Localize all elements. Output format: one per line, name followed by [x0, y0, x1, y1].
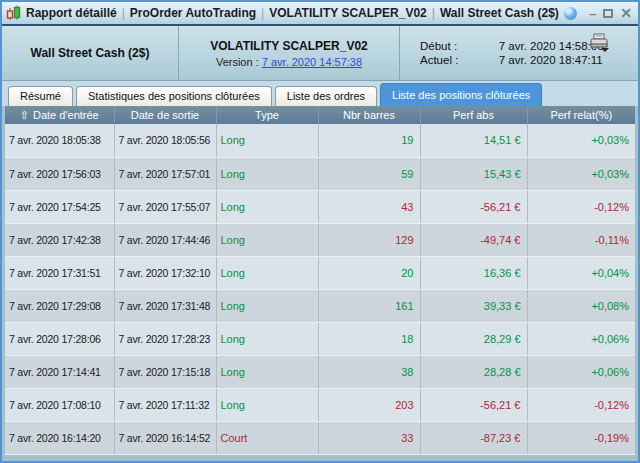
tab-statistiques[interactable]: Statistiques des positions clôturées	[76, 86, 272, 106]
perf-rel-cell: +0,06%	[527, 355, 635, 388]
title-segment-instrument: Wall Street Cash (2$)	[440, 6, 559, 20]
perf-abs-cell: 28,29 €	[420, 322, 527, 355]
type-cell: Long	[216, 256, 318, 289]
table-row[interactable]: 7 avr. 2020 16:14:20 7 avr. 2020 16:14:5…	[5, 421, 635, 454]
window-controls: – ✕	[589, 7, 632, 20]
entry-date-cell: 7 avr. 2020 18:05:38	[5, 124, 114, 157]
sort-ascending-icon: ⇧	[20, 109, 29, 121]
type-cell: Long	[216, 124, 318, 157]
exit-date-cell: 7 avr. 2020 17:15:18	[114, 355, 216, 388]
perf-rel-cell: -0,11%	[527, 223, 635, 256]
title-separator: |	[261, 6, 264, 20]
perf-rel-cell: -0,12%	[527, 388, 635, 421]
column-header-perf-rel[interactable]: Perf relat(%)	[527, 106, 635, 124]
exit-date-cell: 7 avr. 2020 17:11:32	[114, 388, 216, 421]
title-segment-system: VOLATILITY SCALPER_V02	[269, 6, 427, 20]
current-label: Actuel :	[420, 54, 493, 66]
title-separator: |	[432, 6, 435, 20]
perf-abs-cell: -49,74 €	[420, 223, 527, 256]
entry-date-cell: 7 avr. 2020 17:42:38	[5, 223, 114, 256]
close-button[interactable]: ✕	[620, 7, 632, 20]
column-header-perf-abs[interactable]: Perf abs	[420, 106, 527, 124]
print-button[interactable]	[588, 33, 612, 59]
bars-cell: 33	[318, 421, 420, 454]
bars-cell: 19	[318, 124, 420, 157]
tab-liste-ordres[interactable]: Liste des ordres	[275, 86, 377, 106]
perf-rel-cell: +0,06%	[527, 322, 635, 355]
table-row[interactable]: 7 avr. 2020 17:56:03 7 avr. 2020 17:57:0…	[5, 157, 635, 190]
exit-date-cell: 7 avr. 2020 17:57:01	[114, 157, 216, 190]
title-segment-module: ProOrder AutoTrading	[130, 6, 256, 20]
entry-date-cell: 7 avr. 2020 16:14:20	[5, 421, 114, 454]
table-row[interactable]: 7 avr. 2020 17:31:51 7 avr. 2020 17:32:1…	[5, 256, 635, 289]
perf-rel-cell: +0,03%	[527, 157, 635, 190]
bars-cell: 18	[318, 322, 420, 355]
report-header: Wall Street Cash (2$) VOLATILITY SCALPER…	[2, 26, 638, 81]
version-label: Version :	[216, 56, 259, 68]
perf-abs-cell: -87,23 €	[420, 421, 527, 454]
entry-date-cell: 7 avr. 2020 17:08:10	[5, 388, 114, 421]
bars-cell: 20	[318, 256, 420, 289]
table-row[interactable]: 7 avr. 2020 17:54:25 7 avr. 2020 17:55:0…	[5, 190, 635, 223]
table-row[interactable]: 7 avr. 2020 18:05:38 7 avr. 2020 18:05:5…	[5, 124, 635, 157]
current-value: 7 avr. 2020 18:47:11	[499, 54, 638, 66]
start-value: 7 avr. 2020 14:58:00	[499, 40, 638, 52]
chat-bubble-icon[interactable]	[564, 7, 577, 20]
perf-abs-cell: 14,51 €	[420, 124, 527, 157]
perf-abs-cell: 39,33 €	[420, 289, 527, 322]
type-cell: Long	[216, 223, 318, 256]
candlestick-chart-icon	[6, 5, 22, 21]
table-row[interactable]: 7 avr. 2020 17:29:08 7 avr. 2020 17:31:4…	[5, 289, 635, 322]
exit-date-cell: 7 avr. 2020 16:14:52	[114, 421, 216, 454]
perf-rel-cell: +0,04%	[527, 256, 635, 289]
type-cell: Long	[216, 289, 318, 322]
entry-date-cell: 7 avr. 2020 17:31:51	[5, 256, 114, 289]
system-name: VOLATILITY SCALPER_V02	[210, 39, 368, 53]
column-header-exit-date[interactable]: Date de sortie	[114, 106, 216, 124]
title-bar: Rapport détaillé | ProOrder AutoTrading …	[2, 2, 638, 26]
minimize-button[interactable]: –	[589, 7, 596, 20]
perf-rel-cell: -0,12%	[527, 190, 635, 223]
entry-date-cell: 7 avr. 2020 17:29:08	[5, 289, 114, 322]
system-section: VOLATILITY SCALPER_V02 Version : 7 avr. …	[179, 26, 400, 80]
type-cell: Long	[216, 355, 318, 388]
column-header-type[interactable]: Type	[216, 106, 318, 124]
perf-rel-cell: -0,19%	[527, 421, 635, 454]
tab-strip: Résumé Statistiques des positions clôtur…	[2, 81, 638, 106]
table-row[interactable]: 7 avr. 2020 17:08:10 7 avr. 2020 17:11:3…	[5, 388, 635, 421]
bars-cell: 203	[318, 388, 420, 421]
maximize-button[interactable]	[603, 9, 613, 18]
table-row[interactable]: 7 avr. 2020 17:28:06 7 avr. 2020 17:28:2…	[5, 322, 635, 355]
exit-date-cell: 7 avr. 2020 17:55:07	[114, 190, 216, 223]
column-header-entry-date[interactable]: ⇧Date d'entrée	[5, 106, 114, 124]
column-header-bars[interactable]: Nbr barres	[318, 106, 420, 124]
perf-rel-cell: +0,03%	[527, 124, 635, 157]
type-cell: Long	[216, 388, 318, 421]
exit-date-cell: 7 avr. 2020 17:32:10	[114, 256, 216, 289]
table-row[interactable]: 7 avr. 2020 17:14:41 7 avr. 2020 17:15:1…	[5, 355, 635, 388]
instrument-name: Wall Street Cash (2$)	[31, 46, 150, 60]
title-segment-report: Rapport détaillé	[26, 6, 117, 20]
bars-cell: 161	[318, 289, 420, 322]
table-header-row: ⇧Date d'entrée Date de sortie Type Nbr b…	[5, 106, 635, 124]
exit-date-cell: 7 avr. 2020 17:31:48	[114, 289, 216, 322]
printer-icon	[588, 33, 612, 55]
perf-abs-cell: -56,21 €	[420, 190, 527, 223]
bars-cell: 38	[318, 355, 420, 388]
report-window: Rapport détaillé | ProOrder AutoTrading …	[0, 0, 640, 463]
entry-date-cell: 7 avr. 2020 17:56:03	[5, 157, 114, 190]
exit-date-cell: 7 avr. 2020 17:44:46	[114, 223, 216, 256]
bars-cell: 129	[318, 223, 420, 256]
tab-resume[interactable]: Résumé	[8, 86, 73, 106]
entry-date-cell: 7 avr. 2020 17:28:06	[5, 322, 114, 355]
closed-positions-table: ⇧Date d'entrée Date de sortie Type Nbr b…	[2, 106, 638, 461]
table-row[interactable]: 7 avr. 2020 17:42:38 7 avr. 2020 17:44:4…	[5, 223, 635, 256]
entry-date-cell: 7 avr. 2020 17:54:25	[5, 190, 114, 223]
type-cell: Long	[216, 322, 318, 355]
tab-liste-positions-cloturees[interactable]: Liste des positions clôturées	[380, 83, 542, 106]
start-label: Début :	[420, 40, 493, 52]
version-link[interactable]: 7 avr. 2020 14:57:38	[262, 56, 362, 68]
perf-abs-cell: -56,21 €	[420, 388, 527, 421]
bars-cell: 43	[318, 190, 420, 223]
perf-abs-cell: 15,43 €	[420, 157, 527, 190]
